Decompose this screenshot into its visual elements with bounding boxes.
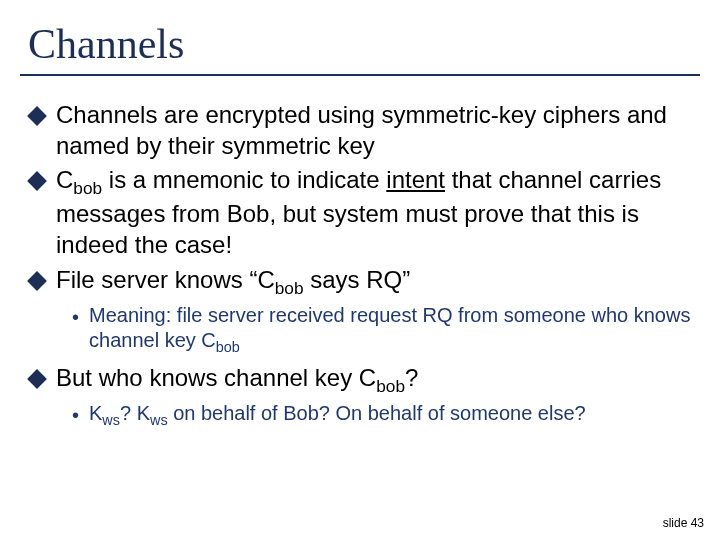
diamond-bullet-icon [27, 369, 47, 389]
bullet-item: Cbob is a mnemonic to indicate intent th… [24, 165, 696, 260]
diamond-bullet-icon [27, 172, 47, 192]
dot-bullet-icon: • [72, 402, 79, 428]
slide-title: Channels [0, 0, 720, 74]
bullet-text: Channels are encrypted using symmetric-k… [56, 100, 696, 161]
slide-number: slide 43 [663, 516, 704, 530]
sub-bullet-item: • Meaning: file server received request … [24, 303, 696, 357]
dot-bullet-icon: • [72, 304, 79, 330]
bullet-item: But who knows channel key Cbob? [24, 363, 696, 397]
sub-bullet-item: • Kws? Kws on behalf of Bob? On behalf o… [24, 401, 696, 429]
sub-bullet-text: Meaning: file server received request RQ… [89, 303, 696, 357]
sub-bullet-text: Kws? Kws on behalf of Bob? On behalf of … [89, 401, 586, 429]
title-divider [20, 74, 700, 76]
diamond-bullet-icon [27, 271, 47, 291]
bullet-item: Channels are encrypted using symmetric-k… [24, 100, 696, 161]
bullet-text: But who knows channel key Cbob? [56, 363, 418, 397]
bullet-text: Cbob is a mnemonic to indicate intent th… [56, 165, 696, 260]
slide-body: Channels are encrypted using symmetric-k… [0, 100, 720, 429]
bullet-text: File server knows “Cbob says RQ” [56, 265, 410, 299]
diamond-bullet-icon [27, 106, 47, 126]
bullet-item: File server knows “Cbob says RQ” [24, 265, 696, 299]
